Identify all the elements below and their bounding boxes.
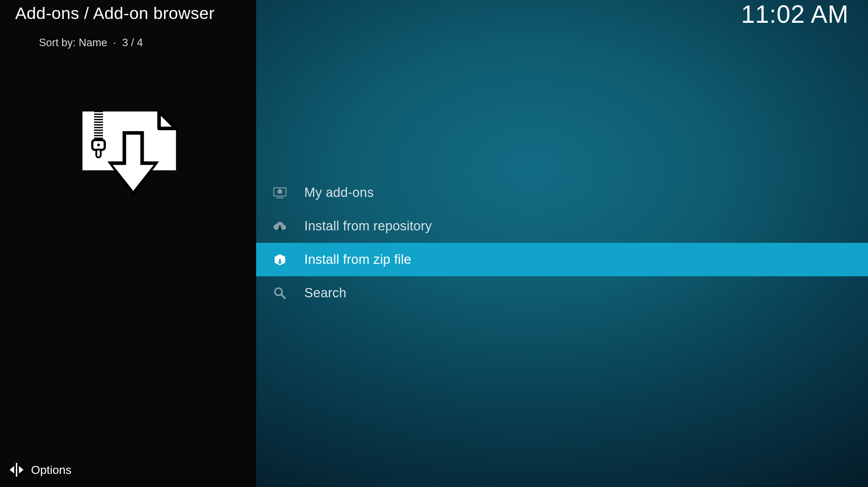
navigate-icon [10,463,23,477]
menu-item-label: Search [304,286,346,300]
menu-item-label: My add-ons [304,185,374,200]
menu-item-install-zip[interactable]: Install from zip file [256,243,868,276]
search-icon [273,286,287,300]
sort-label: Sort by: Name [39,37,107,49]
zip-download-icon [74,108,181,203]
svg-marker-16 [19,466,23,474]
svg-rect-17 [16,463,17,477]
svg-rect-20 [277,190,282,193]
app-root: Add-ons / Add-on browser Sort by: Name ·… [0,0,868,487]
svg-point-13 [97,143,100,146]
sidebar-header: Add-ons / Add-on browser Sort by: Name ·… [0,0,256,61]
item-count: 3 / 4 [122,37,143,49]
sidebar-footer[interactable]: Options [0,455,256,487]
main-panel: 11:02 AM My add-ons [256,0,868,487]
svg-line-28 [281,295,285,298]
menu-item-install-repository[interactable]: Install from repository [256,209,868,243]
sidebar: Add-ons / Add-on browser Sort by: Name ·… [0,0,256,487]
sidebar-thumbnail [0,108,256,203]
svg-rect-21 [279,188,281,190]
options-label: Options [31,463,71,477]
menu-item-label: Install from zip file [304,252,411,267]
menu-item-my-addons[interactable]: My add-ons [256,176,868,209]
svg-rect-14 [97,149,101,157]
breadcrumb: Add-ons / Add-on browser [15,4,241,23]
clock: 11:02 AM [741,0,849,28]
box-download-icon [273,252,287,267]
count-separator: · [113,37,116,49]
menu-list: My add-ons Install from repository [256,176,868,310]
svg-marker-15 [10,466,14,474]
menu-item-search[interactable]: Search [256,276,868,310]
sort-info: Sort by: Name · 3 / 4 [15,24,241,61]
cloud-download-icon [273,219,287,233]
monitor-box-icon [273,186,287,200]
menu-item-label: Install from repository [304,219,432,233]
